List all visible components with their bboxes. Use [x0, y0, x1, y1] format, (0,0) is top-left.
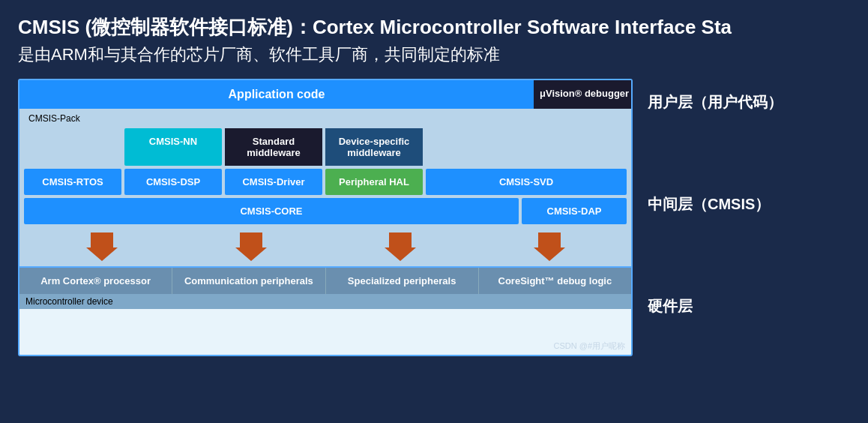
cmsis-core-cell: CMSIS-CORE	[24, 198, 519, 224]
empty-spacer-1	[24, 128, 121, 166]
hw-specialized-label: Specialized peripherals	[348, 275, 456, 286]
svg-marker-3	[534, 232, 565, 261]
std-middleware-cell: Standard middleware	[225, 128, 322, 166]
row-application: Application code μVision® debugger	[19, 80, 631, 109]
peripheral-hal-cell: Peripheral HAL	[325, 169, 423, 195]
cmsis-pack-label: CMSIS-Pack	[24, 112, 627, 125]
hw-layer-label: 硬件层	[648, 289, 828, 323]
mcu-label: Microcontroller device	[19, 294, 631, 309]
page-title: CMSIS (微控制器软件接口标准)：Cortex Microcontrolle…	[18, 14, 850, 40]
cmsis-diagram: Application code μVision® debugger CMSIS…	[18, 79, 633, 356]
svg-marker-2	[385, 232, 416, 261]
page-subtitle: 是由ARM和与其合作的芯片厂商、软件工具厂商，共同制定的标准	[18, 44, 850, 67]
app-code-cell: Application code	[19, 80, 534, 109]
row-nn-middleware: CMSIS-NN Standard middleware Device-spec…	[24, 128, 627, 166]
row-core-dap: CMSIS-CORE CMSIS-DAP	[24, 198, 627, 224]
cmsis-dap-cell: CMSIS-DAP	[522, 198, 627, 224]
cmsis-svd-cell: CMSIS-SVD	[426, 169, 627, 195]
watermark: CSDN @#用户呢称	[553, 340, 625, 352]
main-layout: Application code μVision® debugger CMSIS…	[18, 79, 850, 356]
row-rtos: CMSIS-RTOS CMSIS-DSP CMSIS-Driver Periph…	[24, 169, 627, 195]
cmsis-driver-cell: CMSIS-Driver	[225, 169, 322, 195]
uvision-cell: μVision® debugger	[534, 80, 631, 109]
svg-marker-1	[235, 232, 267, 261]
header: CMSIS (微控制器软件接口标准)：Cortex Microcontrolle…	[18, 14, 850, 67]
title-zh: CMSIS (微控制器软件接口标准)：	[18, 16, 313, 38]
cmsis-rtos-cell: CMSIS-RTOS	[24, 169, 121, 195]
hw-coresight-label: CoreSight™ debug logic	[498, 275, 612, 286]
arrows-row	[19, 227, 631, 266]
svg-marker-0	[86, 232, 118, 261]
hw-coresight-cell: CoreSight™ debug logic	[479, 268, 631, 294]
arrow-4	[531, 232, 568, 262]
user-layer-label: 用户层（用户代码）	[648, 85, 828, 119]
cmsis-nn-cell: CMSIS-NN	[124, 128, 222, 166]
device-middleware-cell: Device-specific middleware	[325, 128, 423, 166]
title-en: Cortex Microcontroller Software Interfac…	[313, 16, 732, 38]
hw-processor-label: Arm Cortex® processor	[40, 275, 151, 286]
arrow-3	[382, 232, 419, 262]
device-middleware-label: Device-specific middleware	[339, 136, 410, 158]
cmsis-pack-area: CMSIS-Pack CMSIS-NN Standard middleware …	[19, 109, 631, 227]
hw-specialized-cell: Specialized peripherals	[326, 268, 479, 294]
hw-comm-cell: Communication peripherals	[172, 268, 325, 294]
arrow-1	[83, 232, 121, 262]
arrow-2	[232, 232, 270, 262]
row-hardware: Arm Cortex® processor Communication peri…	[19, 266, 631, 294]
cmsis-dsp-cell: CMSIS-DSP	[124, 169, 222, 195]
std-middleware-label: Standard middleware	[247, 136, 301, 158]
right-labels: 用户层（用户代码） 中间层（CMSIS） 硬件层	[648, 79, 828, 323]
uvision-label: μVision® debugger	[540, 88, 629, 99]
middle-layer-label: 中间层（CMSIS）	[648, 187, 828, 221]
hw-comm-label: Communication peripherals	[184, 275, 313, 286]
hw-processor-cell: Arm Cortex® processor	[19, 268, 172, 294]
